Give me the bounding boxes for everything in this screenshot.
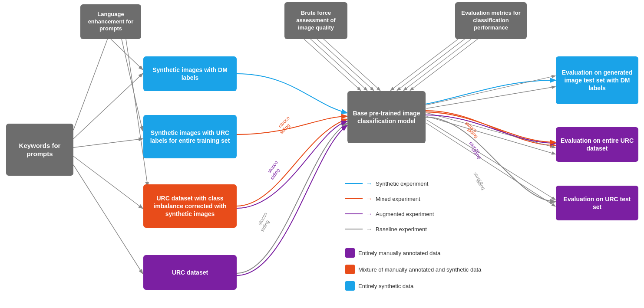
language-label: Language enhancement for prompts <box>85 11 137 33</box>
svg-text:stucco: stucco <box>468 141 481 154</box>
diagram-container: stucco siding stucco siding stucco sidin… <box>0 0 644 308</box>
legend-entirely-synthetic-label: Entirely synthetic data <box>358 283 413 289</box>
eval-dm-box: Evaluation on generated image test set w… <box>556 56 638 104</box>
svg-line-1 <box>73 74 142 139</box>
legend-synthetic-label: Synthetic experiment <box>376 180 428 187</box>
legend-synthetic: → Synthetic experiment <box>345 180 428 187</box>
synthetic-dm-label: Synthetic images with DM labels <box>148 66 232 82</box>
svg-text:siding: siding <box>269 167 281 180</box>
arrows-svg: stucco siding stucco siding stucco sidin… <box>0 0 644 308</box>
urc-dataset-box: URC dataset <box>143 255 237 290</box>
legend-mixture-box: Mixture of manually annotated and synthe… <box>345 265 481 274</box>
svg-line-12 <box>391 39 458 90</box>
svg-text:siding: siding <box>470 147 482 160</box>
eval-metrics-box: Evaluation metrics for classification pe… <box>455 2 527 39</box>
svg-line-8 <box>304 39 360 90</box>
svg-line-13 <box>397 39 465 90</box>
svg-line-2 <box>73 139 142 147</box>
svg-text:siding: siding <box>466 127 479 139</box>
urc-synthetic-label: URC dataset with class imbalance correct… <box>148 194 232 218</box>
eval-dm-label: Evaluation on generated image test set w… <box>560 69 634 92</box>
base-model-label: Base pre-trained image classification mo… <box>352 109 421 125</box>
synthetic-dm-box: Synthetic images with DM labels <box>143 56 237 91</box>
svg-text:stucco: stucco <box>277 115 291 128</box>
legend-mixed: → Mixed experiment <box>345 195 420 202</box>
legend-synthetic-box: Entirely synthetic data <box>345 281 413 291</box>
svg-line-17 <box>426 87 555 108</box>
svg-line-20 <box>426 120 555 200</box>
eval-urc-entire-label: Evaluation on entire URC dataset <box>560 137 634 152</box>
legend-augmented: → Augmented experiment <box>345 210 434 217</box>
brute-force-box: Brute force assessment of image quality <box>284 2 347 39</box>
legend-mixture-label: Mixture of manually annotated and synthe… <box>358 266 481 273</box>
keywords-label: Keywords for prompts <box>10 141 69 158</box>
svg-line-9 <box>310 39 367 90</box>
svg-text:stucco: stucco <box>464 120 478 133</box>
svg-line-16 <box>426 76 555 105</box>
eval-urc-test-label: Evaluation on URC test set <box>560 195 634 211</box>
legend-mixed-label: Mixed experiment <box>376 196 420 202</box>
svg-text:stucco: stucco <box>267 160 279 174</box>
legend-baseline: → Baseline experiment <box>345 226 427 233</box>
legend-manual-box: Entirely manually annotated data <box>345 248 440 258</box>
svg-text:stucco: stucco <box>472 171 485 185</box>
svg-line-21 <box>426 123 555 206</box>
legend-baseline-label: Baseline experiment <box>376 226 427 233</box>
keywords-box: Keywords for prompts <box>6 124 73 176</box>
svg-line-15 <box>410 39 478 90</box>
brute-force-label: Brute force assessment of image quality <box>289 10 343 32</box>
svg-text:siding: siding <box>278 123 291 135</box>
svg-line-19 <box>426 116 555 154</box>
svg-line-5 <box>111 39 142 69</box>
svg-text:stucco: stucco <box>257 211 268 226</box>
urc-synthetic-box: URC dataset with class imbalance correct… <box>143 184 237 228</box>
eval-metrics-label: Evaluation metrics for classification pe… <box>459 10 522 32</box>
eval-urc-test-box: Evaluation on URC test set <box>556 186 638 220</box>
svg-line-6 <box>122 39 142 130</box>
synthetic-urc-box: Synthetic images with URC labels for ent… <box>143 115 237 158</box>
svg-text:siding: siding <box>475 177 486 190</box>
svg-line-10 <box>317 39 373 90</box>
svg-line-0 <box>73 30 111 130</box>
urc-dataset-label: URC dataset <box>172 269 208 276</box>
synthetic-urc-label: Synthetic images with URC labels for ent… <box>148 129 232 144</box>
legend-manual-label: Entirely manually annotated data <box>358 250 440 256</box>
svg-line-11 <box>324 39 380 90</box>
language-box: Language enhancement for prompts <box>80 4 141 39</box>
svg-line-4 <box>73 165 142 273</box>
legend-augmented-label: Augmented experiment <box>376 211 434 217</box>
svg-line-14 <box>404 39 471 90</box>
svg-line-18 <box>426 113 555 147</box>
eval-urc-entire-box: Evaluation on entire URC dataset <box>556 127 638 162</box>
base-model-box: Base pre-trained image classification mo… <box>347 91 426 143</box>
svg-line-3 <box>73 156 142 208</box>
svg-text:siding: siding <box>259 219 270 233</box>
